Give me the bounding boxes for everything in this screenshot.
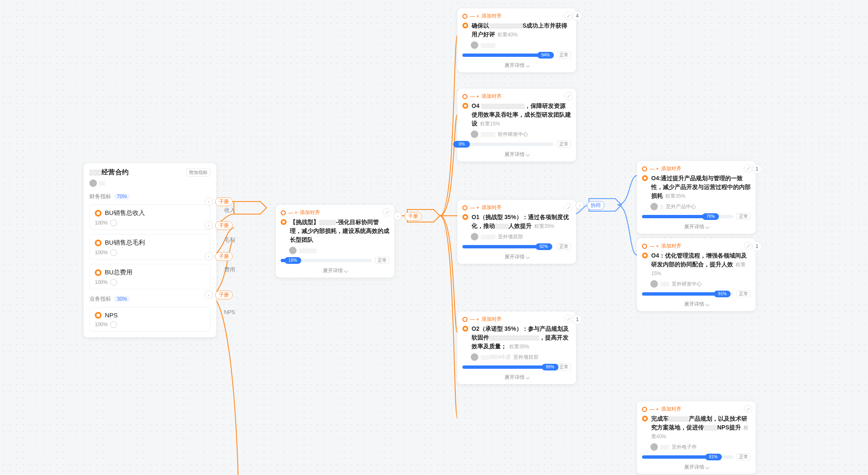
root-tag[interactable]: 附加指标 xyxy=(186,169,211,176)
add-align-link[interactable]: — +添加对齐 xyxy=(462,316,571,323)
metric-row[interactable]: NPS NPS 100% xyxy=(89,307,211,332)
zoom-icon[interactable]: ⤢ xyxy=(564,315,573,323)
zoom-icon[interactable]: ⤢ xyxy=(564,12,573,20)
progress-bar[interactable]: 94% xyxy=(462,54,553,57)
expand-toggle[interactable]: 展开详情 xyxy=(462,253,571,260)
progress-bar[interactable]: 16% xyxy=(281,259,372,262)
detail-icon[interactable] xyxy=(110,279,117,286)
collapse-toggle[interactable]: ‹ xyxy=(205,197,213,206)
collapse-toggle[interactable]: ‹ xyxy=(393,212,402,220)
progress-knob[interactable]: 81% xyxy=(705,454,722,460)
root-title: ▯▯▯经营合约 xyxy=(89,168,129,177)
progress-bar[interactable]: 81% xyxy=(642,455,733,459)
okr-card[interactable]: ⤢ — +添加对齐 确保以▯▯▯▯▯▯▯▯▯▯S成功上市并获得用户好评权重40%… xyxy=(457,8,576,72)
okr-title: 确保以▯▯▯▯▯▯▯▯▯▯S成功上市并获得用户好评权重40% xyxy=(472,21,571,39)
collapse-toggle[interactable]: ‹ xyxy=(576,201,584,209)
add-align-link[interactable]: — +添加对齐 xyxy=(462,93,571,100)
progress-bar[interactable]: 78% xyxy=(642,215,733,218)
child-count-pill[interactable]: 1 xyxy=(752,164,762,174)
chevron-down-icon xyxy=(705,302,709,306)
expand-toggle[interactable]: 展开详情 xyxy=(642,223,751,230)
okr-owner: ▯▯▯▯▯▯ xyxy=(289,247,389,254)
child-count-pill[interactable]: 1 xyxy=(572,314,582,324)
progress-knob[interactable]: 92% xyxy=(536,243,552,250)
ring-icon xyxy=(95,269,102,276)
progress-knob[interactable]: 78% xyxy=(702,213,719,220)
status-badge: 正常 xyxy=(375,257,389,264)
status-badge: 正常 xyxy=(557,363,571,370)
progress-knob[interactable]: 99% xyxy=(542,364,558,370)
okr-card[interactable]: ⤢ — +添加对齐 完成车▯▯▯▯▯▯产品规划，以及技术研究方案落地，促进传▯▯… xyxy=(637,401,756,474)
add-align-link[interactable]: — +添加对齐 xyxy=(642,243,751,250)
metric-row[interactable]: 收入 BU销售总收入 100% xyxy=(89,204,211,230)
okr-card[interactable]: ⤢ — +添加对齐 O1（挑战型 35%）：通过各项制度优化，推动▯▯▯▯人效提… xyxy=(457,200,576,264)
status-badge: 正常 xyxy=(736,453,751,460)
status-badge: 正常 xyxy=(557,243,571,250)
link-chip-hand[interactable]: 子册 xyxy=(404,212,422,221)
detail-icon[interactable] xyxy=(110,249,117,256)
link-chip-hand[interactable]: 子册 xyxy=(215,197,233,206)
okr-owner: ▯▯▯▯▯软件研发中心 xyxy=(471,130,571,138)
link-chip-hand[interactable]: 子册 xyxy=(215,221,233,230)
link-chip-hand[interactable]: 子册 xyxy=(215,252,233,261)
okr-title: O4 ▯▯▯▯▯▯▯▯▯▯▯▯▯，保障研发资源使用效率及吞吐率，成长型研发团队建… xyxy=(472,102,571,128)
detail-icon[interactable] xyxy=(110,321,117,328)
add-align-link[interactable]: — +添加对齐 xyxy=(281,209,389,216)
okr-title: 完成车▯▯▯▯▯▯产品规划，以及技术研究方案落地，促进传▯▯▯▯NPS提升权重4… xyxy=(651,414,751,441)
expand-toggle[interactable]: 展开详情 xyxy=(462,151,571,158)
okr-hub-card[interactable]: ⤢ — +添加对齐 【挑战型】▯▯▯▯▯-强化目标协同管理，减少内部损耗，建设系… xyxy=(276,205,394,278)
progress-knob[interactable]: 91% xyxy=(714,291,731,297)
zoom-icon[interactable]: ⤢ xyxy=(744,242,752,250)
collapse-toggle[interactable]: ‹ xyxy=(205,252,213,260)
zoom-icon[interactable]: ⤢ xyxy=(744,405,752,413)
zoom-icon[interactable]: ⤢ xyxy=(564,203,573,212)
okr-owner: ▯▯▯至外研发中心 xyxy=(650,280,751,288)
align-ring-icon xyxy=(642,244,647,249)
zoom-icon[interactable]: ⤢ xyxy=(383,208,391,217)
progress-bar[interactable]: 0% xyxy=(462,143,553,146)
progress-bar[interactable]: 99% xyxy=(462,365,553,369)
child-count-pill[interactable]: 4 xyxy=(572,11,582,21)
progress-row: 16% 正常 xyxy=(281,257,389,264)
okr-owner: ▯▯▯▯▯ xyxy=(471,41,571,49)
chevron-down-icon xyxy=(525,255,530,259)
add-align-link[interactable]: — +添加对齐 xyxy=(462,13,571,20)
child-count-pill[interactable]: 1 xyxy=(752,241,762,251)
okr-card[interactable]: ⤢ — +添加对齐 O4:通过提升产品规划与管理的一致性，减少产品开发与运营过程… xyxy=(637,161,756,234)
metric-row[interactable]: 毛利 BU销售总毛利 100% xyxy=(89,234,211,260)
expand-toggle[interactable]: 展开详情 xyxy=(642,464,751,471)
expand-toggle[interactable]: 展开详情 xyxy=(462,62,571,69)
okr-title: O4：优化管理流程，增强各领域间及研发内部的协同配合，提升人效权重15% xyxy=(651,251,751,278)
okr-card[interactable]: ⤢ — +添加对齐 O4：优化管理流程，增强各领域间及研发内部的协同配合，提升人… xyxy=(637,238,756,311)
okr-owner: ▯▯▯2024年度至外项目部 xyxy=(471,353,571,361)
collapse-toggle[interactable]: ‹ xyxy=(205,291,213,299)
expand-toggle[interactable]: 展开详情 xyxy=(642,301,751,308)
okr-card[interactable]: ⤢ — +添加对齐 O2（承诺型 35%）：参与产品规划及软固件▯▯▯▯▯▯▯▯… xyxy=(457,312,576,384)
chevron-down-icon xyxy=(344,269,348,273)
progress-knob[interactable]: 16% xyxy=(284,257,301,264)
ring-icon xyxy=(642,253,648,258)
metric-title: BU总费用 xyxy=(105,268,132,276)
expand-toggle[interactable]: 展开详情 xyxy=(281,267,389,274)
add-align-link[interactable]: — +添加对齐 xyxy=(462,204,571,211)
add-align-link[interactable]: — +添加对齐 xyxy=(642,165,751,172)
progress-knob[interactable]: 0% xyxy=(453,141,470,148)
add-align-link[interactable]: — +添加对齐 xyxy=(642,406,751,413)
progress-bar[interactable]: 92% xyxy=(462,245,553,248)
root-owner: ▯▯ xyxy=(89,179,211,187)
link-chip-hand[interactable]: 子册 xyxy=(215,291,233,299)
okr-card[interactable]: ⤢ — +添加对齐 O4 ▯▯▯▯▯▯▯▯▯▯▯▯▯，保障研发资源使用效率及吞吐… xyxy=(457,89,576,161)
zoom-icon[interactable]: ⤢ xyxy=(564,92,573,100)
collapse-toggle[interactable]: ‹ xyxy=(205,221,213,230)
avatar-icon xyxy=(650,280,658,288)
okr-tree-canvas[interactable]: ▯▯▯经营合约 附加指标 ▯▯ 财务指标 70% 收入 BU销售总收入 100%… xyxy=(0,0,868,475)
metric-row[interactable]: 费用 BU总费用 100% xyxy=(89,264,211,289)
link-chip-coop[interactable]: 协同 xyxy=(587,201,604,210)
progress-knob[interactable]: 94% xyxy=(537,52,554,59)
avatar-icon xyxy=(650,203,658,210)
expand-toggle[interactable]: 展开详情 xyxy=(462,374,571,381)
progress-bar[interactable]: 91% xyxy=(642,292,733,296)
zoom-icon[interactable]: ⤢ xyxy=(744,164,752,173)
root-panel[interactable]: ▯▯▯经营合约 附加指标 ▯▯ 财务指标 70% 收入 BU销售总收入 100%… xyxy=(84,163,216,337)
detail-icon[interactable] xyxy=(110,220,117,226)
